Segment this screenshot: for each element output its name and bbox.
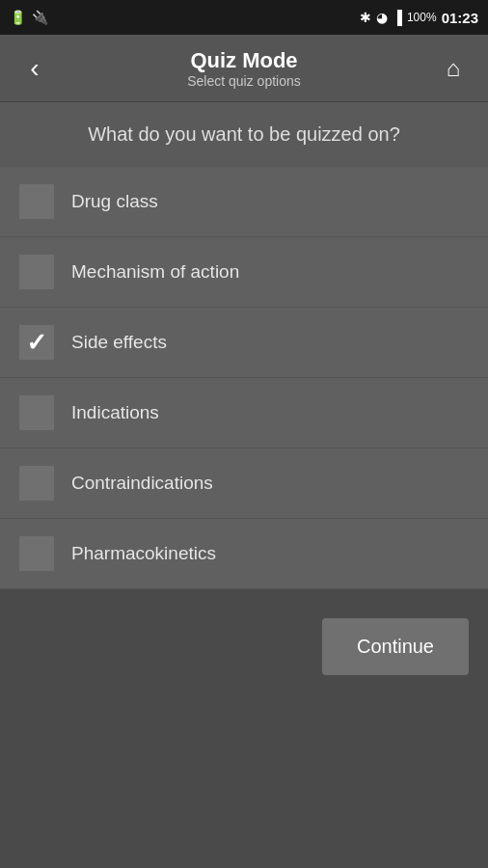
checkbox-side-effects[interactable]: ✓ bbox=[19, 325, 54, 360]
battery-charge-icon: 🔋 bbox=[10, 10, 26, 25]
bluetooth-icon: ✱ bbox=[360, 10, 371, 25]
back-button[interactable]: ‹ bbox=[15, 49, 54, 88]
checkbox-indications[interactable] bbox=[19, 395, 54, 430]
page-title: Quiz Mode bbox=[187, 48, 301, 73]
top-bar: ‹ Quiz Mode Select quiz options ⌂ bbox=[0, 35, 488, 102]
status-time: 01:23 bbox=[442, 10, 478, 26]
home-button[interactable]: ⌂ bbox=[434, 49, 473, 88]
checkbox-drug-class[interactable] bbox=[19, 184, 54, 219]
page-subtitle: Select quiz options bbox=[187, 73, 301, 89]
option-item-mechanism[interactable]: Mechanism of action bbox=[0, 237, 488, 308]
title-block: Quiz Mode Select quiz options bbox=[187, 48, 301, 89]
option-label-mechanism: Mechanism of action bbox=[71, 261, 239, 283]
option-label-indications: Indications bbox=[71, 402, 159, 423]
option-label-contraindications: Contraindications bbox=[71, 473, 213, 494]
option-label-side-effects: Side effects bbox=[71, 332, 167, 353]
options-list: Drug classMechanism of action✓Side effec… bbox=[0, 167, 488, 589]
continue-area: Continue bbox=[0, 589, 488, 704]
continue-button[interactable]: Continue bbox=[322, 618, 469, 675]
wifi-icon: ◕ bbox=[376, 10, 388, 25]
option-label-drug-class: Drug class bbox=[71, 191, 158, 212]
usb-icon: 🔌 bbox=[32, 10, 48, 25]
status-right-icons: ✱ ◕ ▐ 100% 01:23 bbox=[360, 10, 478, 26]
option-label-pharmacokinetics: Pharmacokinetics bbox=[71, 543, 216, 564]
option-item-pharmacokinetics[interactable]: Pharmacokinetics bbox=[0, 519, 488, 589]
status-left-icons: 🔋 🔌 bbox=[10, 10, 48, 25]
option-item-side-effects[interactable]: ✓Side effects bbox=[0, 308, 488, 378]
checkmark-icon: ✓ bbox=[26, 330, 47, 355]
quiz-prompt: What do you want to be quizzed on? bbox=[0, 102, 488, 167]
battery-percent: 100% bbox=[407, 11, 437, 24]
option-item-contraindications[interactable]: Contraindications bbox=[0, 448, 488, 519]
signal-icon: ▐ bbox=[393, 10, 402, 25]
checkbox-pharmacokinetics[interactable] bbox=[19, 536, 54, 571]
status-bar: 🔋 🔌 ✱ ◕ ▐ 100% 01:23 bbox=[0, 0, 488, 35]
checkbox-contraindications[interactable] bbox=[19, 466, 54, 501]
quiz-prompt-text: What do you want to be quizzed on? bbox=[19, 123, 469, 146]
option-item-indications[interactable]: Indications bbox=[0, 378, 488, 448]
option-item-drug-class[interactable]: Drug class bbox=[0, 167, 488, 237]
checkbox-mechanism[interactable] bbox=[19, 255, 54, 289]
